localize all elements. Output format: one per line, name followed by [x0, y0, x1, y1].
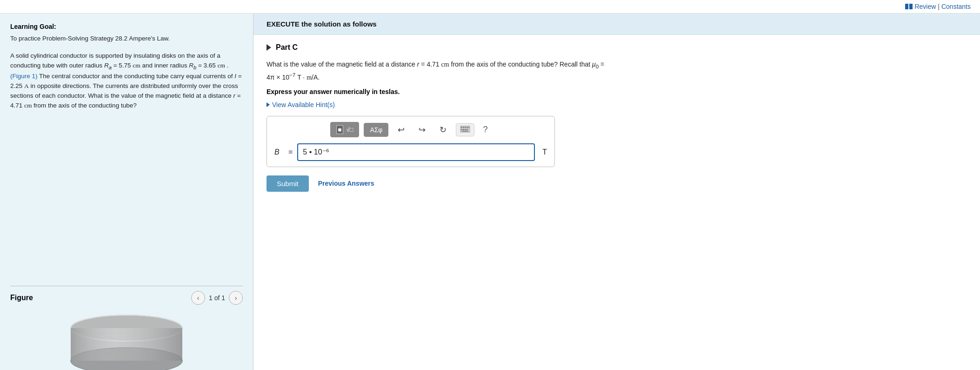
svg-rect-1 [909, 4, 913, 9]
svg-rect-9 [461, 127, 462, 128]
answer-box: ■ √□ ΑΣφ ↩ ↪ ↻ [267, 116, 555, 167]
math-toolbar: ■ √□ ΑΣφ ↩ ↪ ↻ [274, 122, 547, 138]
svg-rect-16 [465, 129, 466, 130]
left-panel: Learning Goal: To practice Problem-Solvi… [0, 13, 253, 370]
view-hint[interactable]: View Available Hint(s) [267, 101, 967, 108]
express-answer: Express your answer numerically in tesla… [267, 88, 967, 95]
learning-goal-title: Learning Goal: [10, 23, 243, 30]
figure-image-area [10, 309, 243, 370]
part-collapse-triangle[interactable] [267, 44, 271, 51]
redo-button[interactable]: ↪ [414, 122, 430, 138]
refresh-button[interactable]: ↻ [435, 122, 451, 138]
part-c-section: Part C What is the value of the magnetic… [253, 35, 980, 200]
help-button[interactable]: ? [479, 124, 491, 135]
review-icon [905, 3, 913, 10]
svg-rect-13 [468, 127, 469, 128]
svg-rect-15 [463, 129, 464, 130]
top-bar: Review | Constants [0, 0, 980, 13]
unit-label: T [542, 148, 547, 156]
main-layout: Learning Goal: To practice Problem-Solvi… [0, 13, 980, 370]
part-question: What is the value of the magnetic field … [267, 59, 611, 83]
figure-prev-button[interactable]: ‹ [191, 291, 205, 305]
figure-ref-link[interactable]: (Figure 1) [10, 73, 38, 80]
previous-answers-link[interactable]: Previous Answers [318, 180, 374, 187]
figure-nav: ‹ 1 of 1 › [191, 291, 243, 305]
undo-button[interactable]: ↩ [393, 122, 409, 138]
current-label: I [234, 73, 236, 80]
part-title: Part C [276, 43, 298, 52]
svg-rect-18 [462, 131, 468, 132]
alpha-sigma-phi-button[interactable]: ΑΣφ [364, 123, 388, 137]
constants-link[interactable]: Constants [941, 3, 971, 10]
b-label: B [274, 148, 284, 156]
hint-triangle-icon [267, 102, 270, 107]
separator: | [938, 3, 940, 10]
submit-row: Submit Previous Answers [267, 175, 967, 192]
figure-label: Figure [10, 294, 33, 302]
svg-rect-12 [467, 127, 468, 128]
figure-section: Figure ‹ 1 of 1 › [10, 286, 243, 309]
figure-next-button[interactable]: › [229, 291, 243, 305]
input-row: B = T [274, 143, 547, 161]
ra-label: Ra [104, 62, 112, 69]
answer-input[interactable] [297, 143, 535, 161]
execute-header: EXECUTE the solution as follows [253, 13, 980, 35]
top-bar-links: Review | Constants [905, 3, 971, 10]
cylinder-figure [52, 314, 201, 370]
learning-goal-body: To practice Problem-Solving Strategy 28.… [10, 34, 243, 44]
svg-rect-7 [71, 328, 182, 361]
part-header: Part C [267, 43, 967, 52]
review-link[interactable]: Review [914, 3, 936, 10]
rb-label: Rb [189, 62, 196, 69]
matrix-sqrt-button[interactable]: ■ √□ [330, 122, 360, 137]
submit-button[interactable]: Submit [267, 175, 309, 192]
svg-rect-10 [463, 127, 464, 128]
learning-goal-section: Learning Goal: To practice Problem-Solvi… [10, 23, 243, 111]
r-label: r [233, 92, 236, 99]
svg-rect-14 [461, 129, 462, 130]
equals-sign: = [288, 148, 293, 156]
right-panel: EXECUTE the solution as follows Part C W… [253, 13, 980, 370]
svg-rect-0 [905, 4, 908, 9]
keyboard-button[interactable] [456, 123, 474, 136]
svg-rect-11 [465, 127, 466, 128]
keyboard-icon [460, 126, 470, 133]
svg-rect-17 [467, 129, 468, 130]
figure-page: 1 of 1 [209, 294, 225, 302]
problem-description: A solid cylindrical conductor is support… [10, 51, 243, 111]
